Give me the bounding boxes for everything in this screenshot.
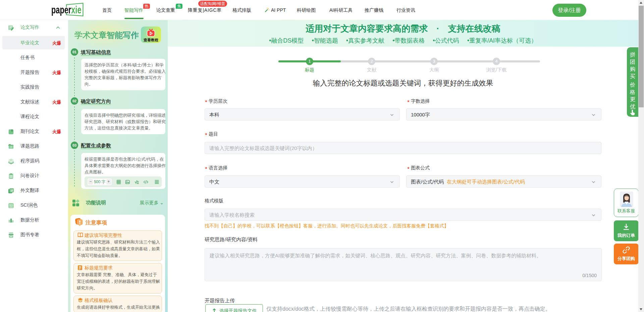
svg-text:译: 译 <box>10 189 13 192</box>
svg-text:SCI: SCI <box>9 204 13 206</box>
